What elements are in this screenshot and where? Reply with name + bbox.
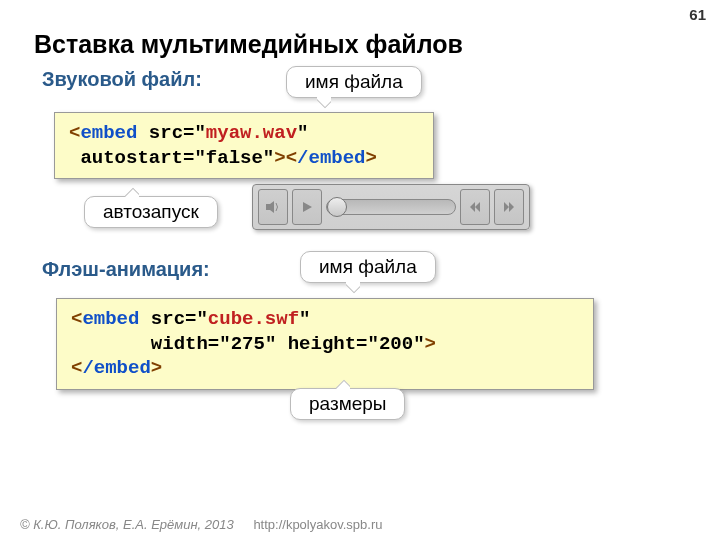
slide-number: 61 (689, 6, 706, 23)
footer-copyright: © К.Ю. Поляков, Е.А. Ерёмин, 2013 (20, 517, 234, 532)
code-token: < (69, 122, 80, 144)
callout-size: размеры (290, 388, 405, 420)
callout-tail (346, 282, 360, 294)
code-token (137, 122, 148, 144)
svg-marker-4 (504, 202, 509, 212)
audio-player (252, 184, 530, 230)
code-token: < (71, 357, 82, 379)
code-token: myaw.wav (206, 122, 297, 144)
callout-filename-2: имя файла (300, 251, 436, 283)
code-token: " (194, 122, 205, 144)
code-token (69, 147, 80, 169)
callout-tail (317, 97, 331, 109)
code-token: / (82, 357, 93, 379)
code-token: " (299, 308, 310, 330)
code-token: " (219, 333, 230, 355)
code-token: false (206, 147, 263, 169)
code-token: " (297, 122, 308, 144)
code-token: > (425, 333, 436, 355)
callout-text: автозапуск (103, 201, 199, 222)
code-token: embed (80, 122, 137, 144)
svg-marker-5 (509, 202, 514, 212)
code-token: / (297, 147, 308, 169)
mute-button[interactable] (258, 189, 288, 225)
footer-url: http://kpolyakov.spb.ru (253, 517, 382, 532)
code-token (71, 333, 151, 355)
callout-text: размеры (309, 393, 386, 414)
code-token: > (274, 147, 285, 169)
callout-autostart: автозапуск (84, 196, 218, 228)
code-token: height= (288, 333, 368, 355)
next-button[interactable] (494, 189, 524, 225)
code-token: " (265, 333, 276, 355)
callout-tail (125, 185, 139, 197)
callout-text: имя файла (305, 71, 403, 92)
code-block-flash: <embed src="cube.swf" width="275" height… (56, 298, 594, 390)
section-sound: Звуковой файл: (42, 68, 202, 91)
svg-marker-1 (303, 202, 312, 212)
code-token: embed (94, 357, 151, 379)
svg-marker-0 (266, 201, 274, 213)
code-token (276, 333, 287, 355)
code-block-sound: <embed src="myaw.wav" autostart="false">… (54, 112, 434, 179)
code-token: src= (149, 122, 195, 144)
code-token: embed (82, 308, 139, 330)
code-token: " (263, 147, 274, 169)
prev-button[interactable] (460, 189, 490, 225)
code-token: < (286, 147, 297, 169)
code-token: " (196, 308, 207, 330)
code-token: " (368, 333, 379, 355)
code-token: autostart= (80, 147, 194, 169)
play-button[interactable] (292, 189, 322, 225)
code-token: " (194, 147, 205, 169)
footer: © К.Ю. Поляков, Е.А. Ерёмин, 2013 http:/… (20, 517, 382, 532)
code-token: " (413, 333, 424, 355)
svg-marker-3 (475, 202, 480, 212)
code-token: 200 (379, 333, 413, 355)
progress-thumb[interactable] (327, 197, 347, 217)
code-token: embed (308, 147, 365, 169)
progress-track[interactable] (326, 199, 456, 215)
code-token (139, 308, 150, 330)
section-flash: Флэш-анимация: (42, 258, 210, 281)
code-token: cube.swf (208, 308, 299, 330)
code-token: < (71, 308, 82, 330)
callout-text: имя файла (319, 256, 417, 277)
code-token: src= (151, 308, 197, 330)
code-token: 275 (231, 333, 265, 355)
code-token: > (366, 147, 377, 169)
callout-filename-1: имя файла (286, 66, 422, 98)
page-title: Вставка мультимедийных файлов (34, 30, 463, 59)
code-token: width= (151, 333, 219, 355)
code-token: > (151, 357, 162, 379)
svg-marker-2 (470, 202, 475, 212)
callout-tail (336, 377, 350, 389)
